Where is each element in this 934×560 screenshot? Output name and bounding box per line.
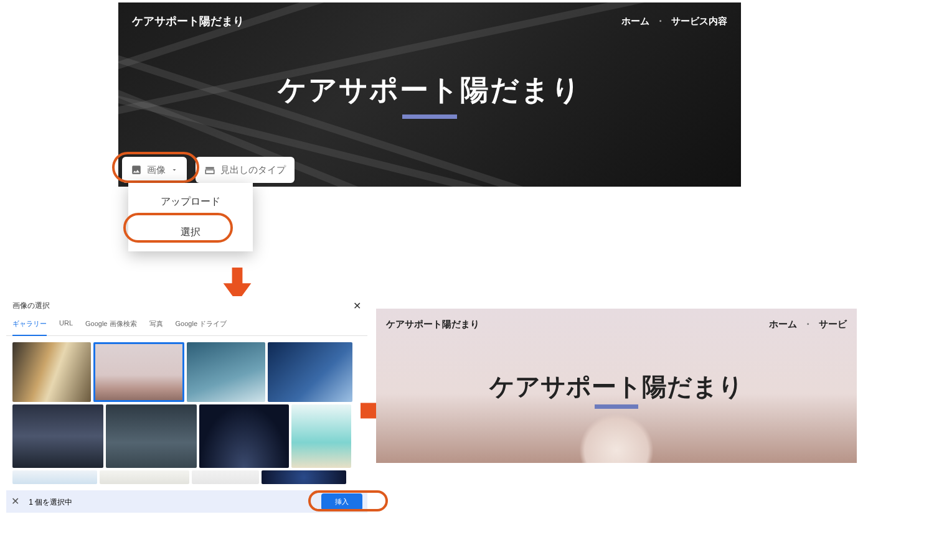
result-nav-home[interactable]: ホーム	[769, 319, 797, 329]
svg-rect-1	[205, 170, 214, 174]
svg-rect-0	[205, 167, 214, 169]
tab-photos[interactable]: 写真	[149, 319, 163, 335]
nav-services[interactable]: サービス内容	[671, 16, 727, 26]
gallery-thumb[interactable]	[100, 470, 189, 484]
tab-gallery[interactable]: ギャラリー	[12, 319, 47, 336]
nav-separator: ・	[656, 16, 665, 26]
result-header-panel: ケアサポート陽だまり ホーム ・ サービ ケアサポート陽だまり	[376, 309, 857, 463]
result-underline	[595, 404, 638, 409]
gallery-thumb[interactable]	[199, 404, 289, 468]
picker-title: 画像の選択	[12, 301, 50, 311]
gallery-thumb[interactable]	[291, 404, 351, 468]
gallery-thumb[interactable]	[268, 342, 352, 402]
hero-underline	[402, 114, 457, 119]
layout-icon	[204, 164, 215, 175]
gallery-thumb[interactable]	[106, 404, 197, 468]
clear-selection-icon[interactable]: ✕	[11, 496, 19, 506]
hero-title: ケアサポート陽だまり	[118, 71, 741, 110]
tab-google-images[interactable]: Google 画像検索	[85, 319, 137, 335]
image-button-label: 画像	[147, 164, 166, 176]
insert-button[interactable]: 挿入	[321, 493, 362, 510]
menu-item-select[interactable]: 選択	[128, 217, 253, 248]
image-dropdown-menu: アップロード 選択	[128, 183, 253, 251]
close-icon[interactable]: ✕	[353, 300, 361, 312]
gallery-thumb[interactable]	[12, 470, 97, 484]
site-nav: ケアサポート陽だまり ホーム ・ サービス内容	[132, 14, 727, 29]
gallery-thumb[interactable]	[187, 342, 265, 402]
heading-type-label: 見出しのタイプ	[220, 164, 286, 176]
menu-item-upload[interactable]: アップロード	[128, 187, 253, 217]
chevron-down-icon	[171, 165, 178, 175]
gallery-thumb[interactable]	[192, 470, 259, 484]
tab-drive[interactable]: Google ドライブ	[176, 319, 227, 335]
heading-type-button[interactable]: 見出しのタイプ	[196, 157, 295, 183]
gallery-thumb-selected[interactable]	[93, 342, 184, 402]
site-brand: ケアサポート陽だまり	[132, 14, 244, 29]
site-nav-links: ホーム ・ サービス内容	[621, 16, 727, 27]
image-dropdown-button[interactable]: 画像	[122, 157, 187, 183]
tab-url[interactable]: URL	[59, 319, 73, 335]
gallery-thumb[interactable]	[12, 342, 91, 402]
picker-header: 画像の選択 ✕	[6, 296, 367, 313]
picker-statusbar: ✕ 1 個を選択中 挿入	[6, 490, 367, 513]
gallery-thumb[interactable]	[262, 470, 346, 484]
picker-tabs: ギャラリー URL Google 画像検索 写真 Google ドライブ	[6, 313, 367, 336]
image-icon	[131, 164, 142, 175]
nav-home[interactable]: ホーム	[621, 16, 649, 26]
result-nav: ケアサポート陽だまり ホーム ・ サービ	[386, 319, 847, 330]
gallery-grid	[6, 336, 367, 490]
result-nav-services[interactable]: サービ	[819, 319, 847, 329]
sunset-glow	[579, 413, 654, 463]
selection-count: 1 個を選択中	[29, 498, 72, 506]
result-brand: ケアサポート陽だまり	[386, 319, 479, 330]
nav-separator: ・	[803, 319, 813, 329]
gallery-thumb[interactable]	[12, 404, 103, 468]
result-title: ケアサポート陽だまり	[376, 370, 857, 404]
editor-header-panel: ケアサポート陽だまり ホーム ・ サービス内容 ケアサポート陽だまり 画像 見出…	[118, 2, 741, 261]
header-toolbar: 画像 見出しのタイプ	[122, 157, 295, 183]
image-picker-dialog: 画像の選択 ✕ ギャラリー URL Google 画像検索 写真 Google …	[6, 296, 367, 513]
